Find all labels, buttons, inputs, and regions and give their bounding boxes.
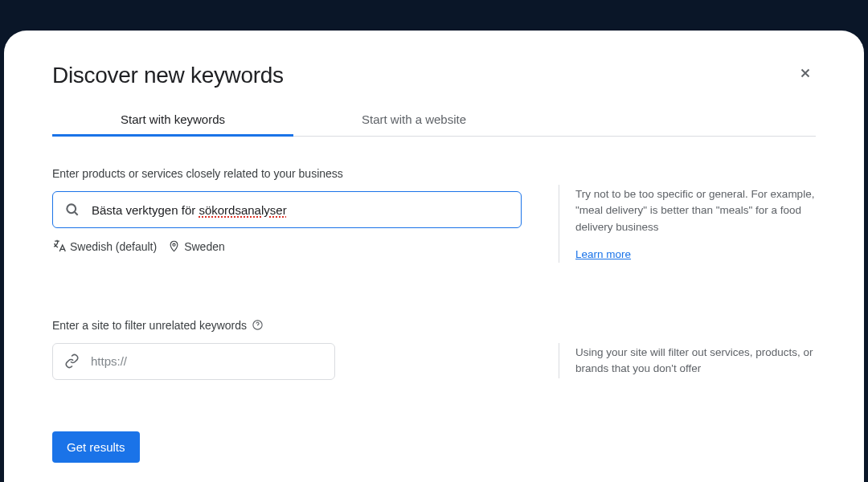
tab-keywords-label: Start with keywords — [121, 112, 225, 126]
site-label: Enter a site to filter unrelated keyword… — [52, 319, 534, 332]
location-label: Sweden — [184, 240, 225, 253]
site-input-wrap[interactable] — [52, 343, 335, 380]
language-selector[interactable]: Swedish (default) — [52, 239, 157, 253]
site-hint-col: Using your site will filter out services… — [559, 343, 816, 379]
svg-point-1 — [173, 243, 175, 246]
get-results-button[interactable]: Get results — [52, 431, 140, 463]
keyword-planner-modal: Discover new keywords Start with keyword… — [4, 31, 864, 482]
meta-row: Swedish (default) Sweden — [52, 239, 534, 253]
modal-header: Discover new keywords — [52, 63, 816, 88]
keywords-label: Enter products or services closely relat… — [52, 167, 534, 180]
keywords-input-text-spellcheck: sökordsanalyser — [199, 203, 286, 217]
tab-website[interactable]: Start with a website — [293, 103, 534, 136]
keywords-hint: Try not to be too specific or general. F… — [575, 186, 816, 235]
translate-icon — [52, 239, 66, 253]
learn-more-link[interactable]: Learn more — [575, 248, 631, 260]
site-label-text: Enter a site to filter unrelated keyword… — [52, 319, 247, 332]
search-icon — [64, 202, 80, 218]
tab-website-label: Start with a website — [362, 112, 466, 126]
tab-keywords[interactable]: Start with keywords — [52, 103, 293, 136]
language-label: Swedish (default) — [70, 240, 157, 253]
page-title: Discover new keywords — [52, 63, 284, 88]
link-icon — [64, 353, 80, 369]
keywords-left: Enter products or services closely relat… — [52, 167, 534, 263]
site-hint: Using your site will filter out services… — [575, 345, 816, 378]
location-icon — [168, 240, 180, 252]
keywords-input-text-prefix: Bästa verktygen för — [92, 203, 199, 217]
keywords-hint-col: Try not to be too specific or general. F… — [559, 185, 816, 263]
close-icon — [798, 66, 813, 80]
site-section: Enter a site to filter unrelated keyword… — [52, 319, 816, 380]
site-input[interactable] — [91, 354, 323, 368]
tabs: Start with keywords Start with a website — [52, 103, 816, 137]
close-button[interactable] — [795, 63, 816, 88]
svg-point-0 — [67, 204, 76, 213]
keywords-input[interactable]: Bästa verktygen för sökordsanalyser — [92, 203, 510, 217]
site-left: Enter a site to filter unrelated keyword… — [52, 319, 534, 380]
keywords-section: Enter products or services closely relat… — [52, 167, 816, 263]
location-selector[interactable]: Sweden — [168, 240, 225, 253]
keywords-input-wrap[interactable]: Bästa verktygen för sökordsanalyser — [52, 191, 522, 228]
help-icon[interactable] — [252, 319, 264, 331]
